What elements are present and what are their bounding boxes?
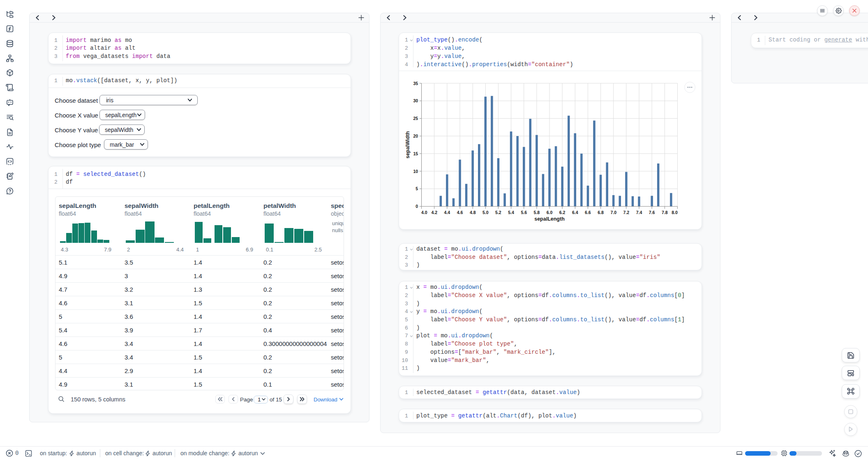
svg-text:10: 10: [413, 169, 418, 174]
svg-text:0: 0: [416, 204, 418, 209]
svg-text:6.2: 6.2: [559, 210, 566, 215]
svg-text:5.6: 5.6: [521, 210, 527, 215]
svg-text:5.2: 5.2: [495, 210, 501, 215]
svg-text:25: 25: [413, 116, 418, 121]
svg-text:7.6: 7.6: [649, 210, 655, 215]
svg-text:sepalLength: sepalLength: [534, 216, 565, 222]
svg-text:4.0: 4.0: [421, 210, 427, 215]
svg-text:15: 15: [413, 151, 418, 156]
svg-text:4.2: 4.2: [431, 210, 437, 215]
svg-text:6.0: 6.0: [547, 210, 553, 215]
svg-text:7.0: 7.0: [610, 210, 616, 215]
svg-text:5: 5: [416, 186, 418, 191]
svg-text:4.6: 4.6: [457, 210, 463, 215]
svg-text:35: 35: [413, 81, 418, 86]
svg-text:5.4: 5.4: [508, 210, 514, 215]
svg-text:4.4: 4.4: [444, 210, 450, 215]
svg-text:6.8: 6.8: [598, 210, 604, 215]
svg-text:7.4: 7.4: [636, 210, 642, 215]
svg-text:30: 30: [413, 98, 418, 103]
svg-text:6.6: 6.6: [585, 210, 591, 215]
svg-text:sepalWidth: sepalWidth: [405, 131, 411, 159]
svg-text:5.0: 5.0: [482, 210, 489, 215]
svg-text:20: 20: [413, 134, 418, 138]
svg-text:7.2: 7.2: [623, 210, 629, 215]
svg-text:7.8: 7.8: [662, 210, 668, 215]
svg-text:4.8: 4.8: [470, 210, 476, 215]
svg-text:6.4: 6.4: [572, 210, 578, 215]
svg-text:8.0: 8.0: [672, 210, 678, 215]
svg-text:5.8: 5.8: [534, 210, 540, 215]
